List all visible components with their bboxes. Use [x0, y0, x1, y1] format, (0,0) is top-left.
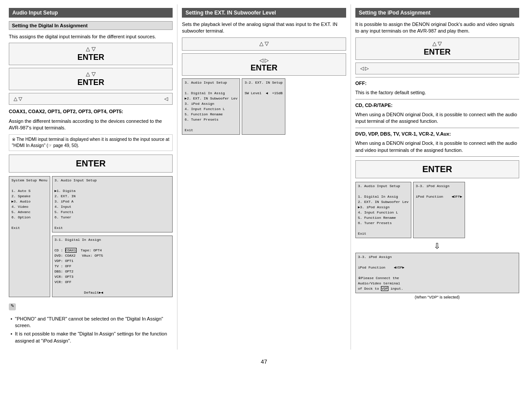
hr-4 — [355, 156, 519, 157]
column-2: Setting the EXT. IN Subwoofer Level Sets… — [177, 4, 351, 350]
system-screen: System Setup Menu 1. Auto S 2. Speake ▶3… — [9, 176, 50, 297]
when-vdp-label: (When "VDP" is selected) — [355, 295, 519, 300]
terminal-desc: Assign the different terminals according… — [9, 118, 173, 132]
page-number: 47 — [4, 358, 524, 365]
up-down-arrows-1: △ ▽ — [14, 46, 168, 52]
cd-label: CD, CD-R/TAPE: — [355, 103, 393, 108]
section-header-ext: Setting the EXT. IN Subwoofer Level — [182, 8, 346, 18]
hr-3 — [355, 128, 519, 128]
digital-intro: This assigns the digital input terminals… — [9, 33, 173, 40]
cd-desc: When using a DENON original Dock, it is … — [355, 111, 519, 125]
off-section: OFF: This is the factory default setting… — [355, 80, 519, 96]
hr-1 — [355, 77, 519, 77]
dvd-desc: When using a DENON original Dock, it is … — [355, 140, 519, 154]
hr-2 — [355, 99, 519, 99]
page: Audio Input Setup Setting the Digital In… — [0, 0, 528, 420]
warning-note: ※ The HDMI input terminal is displayed w… — [9, 134, 173, 151]
ext-nav-step-2: ◁ ▷ ENTER — [182, 53, 346, 76]
section-header-ipod: Setting the iPod Assignment — [355, 8, 519, 18]
nav-step-2: △ ▽ ENTER — [9, 68, 173, 90]
ext-intro: Sets the playback level of the analog si… — [182, 21, 346, 35]
notes-list: "PHONO" and "TUNER" cannot be selected o… — [9, 316, 173, 345]
up-down-arrows-3: △ ▽ — [14, 96, 22, 102]
ipod-nav-step-2: ◁ ▷ — [355, 63, 519, 74]
ipod-ud-arrows: △ ▽ — [360, 41, 514, 47]
ipod-enter-1: ENTER — [360, 48, 514, 57]
audio-input-screen: 3. Audio Input Setup ▶1. Digita 2. EXT. … — [52, 176, 173, 232]
nav-step-1: △ ▽ ENTER — [9, 43, 173, 65]
terminal-header: COAX1, COAX2, OPT1, OPT2, OPT3, OPT4, OP… — [9, 109, 123, 114]
ext-nav-step-1: △ ▽ — [182, 37, 346, 51]
notes-section: ✎ "PHONO" and "TUNER" cannot be selected… — [9, 303, 173, 345]
ipod-intro: It is possible to assign the DENON origi… — [355, 21, 519, 35]
column-3: Setting the iPod Assignment It is possib… — [351, 4, 524, 350]
note-icon: ✎ — [9, 303, 16, 310]
digital-in-screen: 3-1. Digital In Assign CD : COAX1 Tape: … — [52, 236, 173, 297]
note-item-1: "PHONO" and "TUNER" cannot be selected o… — [11, 316, 173, 329]
column-1: Audio Input Setup Setting the Digital In… — [4, 4, 177, 350]
ipod-audio-screen: 3. Audio Input Setup 1. Digital In Assig… — [355, 182, 411, 238]
ipod-enter-large: ENTER — [355, 160, 519, 178]
enter-label-1: ENTER — [14, 53, 168, 62]
ipod-assign2-screen: 3-3. iPod Assign iPod Function ◀VDP▶ ※Pl… — [355, 253, 519, 293]
ipod-assign-screen: 3-3. iPod Assign iPod Function ◀OFF▶ — [413, 182, 465, 238]
off-desc: This is the factory default setting. — [355, 89, 519, 96]
screens-row-1: System Setup Menu 1. Auto S 2. Speake ▶3… — [9, 176, 173, 298]
ext-lr-arrows: ◁ ▷ — [187, 57, 341, 63]
ipod-screens-row: 3. Audio Input Setup 1. Digital In Assig… — [355, 182, 519, 239]
section-header-audio: Audio Input Setup — [9, 8, 173, 18]
off-label: OFF: — [355, 81, 367, 86]
left-arrow-3: ◁ — [164, 96, 168, 102]
ext-in-screen: 3-2. EXT. IN Setup SW Level ◀ +15dB — [242, 78, 285, 135]
ext-audio-screen: 3. Audio Input Setup 1. Digital In Assig… — [182, 78, 240, 135]
ipod-nav-step-1: △ ▽ ENTER — [355, 37, 519, 60]
dvd-section: DVD, VDP, DBS, TV, VCR-1, VCR-2, V.Aux: … — [355, 131, 519, 154]
dvd-label: DVD, VDP, DBS, TV, VCR-1, VCR-2, V.Aux: — [355, 131, 451, 136]
ext-screens-row: 3. Audio Input Setup 1. Digital In Assig… — [182, 78, 346, 136]
up-down-arrows-2: △ ▽ — [14, 71, 168, 77]
ext-up-down-1: △ ▽ — [187, 41, 341, 47]
enter-label-2: ENTER — [14, 78, 168, 87]
arrow-down: ⇩ — [355, 241, 519, 251]
enter-large-1: ENTER — [9, 155, 173, 173]
note-item-2: It is not possible to make the "Digital … — [11, 331, 173, 344]
sub-header-digital: Setting the Digital In Assignment — [9, 21, 173, 30]
ext-enter: ENTER — [187, 63, 341, 73]
ipod-lr-arrows: ◁ ▷ — [360, 66, 369, 71]
cd-section: CD, CD-R/TAPE: When using a DENON origin… — [355, 102, 519, 125]
nav-step-3: △ ▽ ◁ — [9, 93, 173, 105]
